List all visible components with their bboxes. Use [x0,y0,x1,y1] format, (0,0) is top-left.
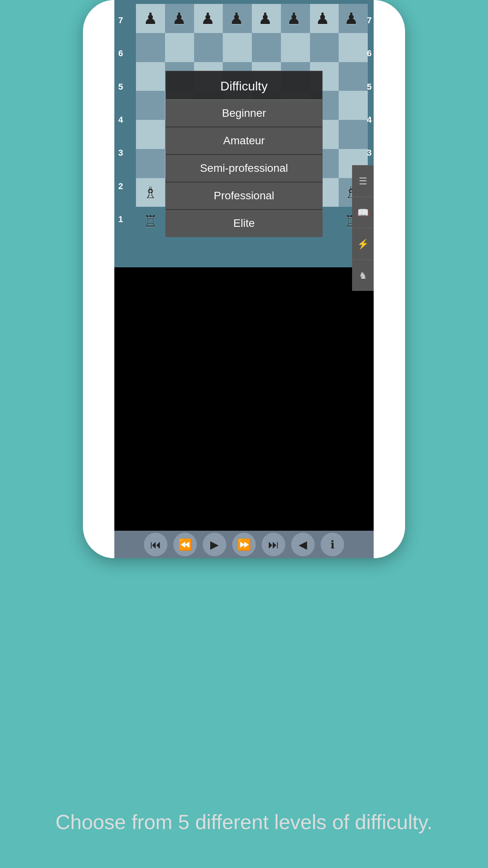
chess-cell-0-0 [136,4,165,33]
difficulty-semi-professional[interactable]: Semi-professional [166,155,322,182]
chess-cell-0-7 [339,4,368,33]
chess-cell-0-3 [223,4,252,33]
label-r6: 6 [367,48,372,59]
difficulty-professional[interactable]: Professional [166,182,322,210]
next-move-button[interactable]: ⏩ [232,533,256,556]
chess-cell-1-2 [194,33,223,62]
chess-cell-2-7 [339,62,368,91]
difficulty-dropdown: Difficulty Beginner Amateur Semi-profess… [165,71,323,237]
label-r7: 7 [367,15,372,26]
label-5: 5 [118,82,123,92]
chess-cell-1-3 [223,33,252,62]
chess-cell-0-6 [310,4,339,33]
back-button[interactable]: ◀ [291,533,315,556]
prev-move-button[interactable]: ⏪ [173,533,197,556]
chess-cell-3-7 [339,91,368,120]
chess-cell-6-0 [136,178,165,207]
chess-cell-0-4 [252,4,281,33]
info-button[interactable]: ℹ [321,533,344,556]
label-r3: 3 [367,148,372,158]
first-move-button[interactable]: ⏮ [144,533,167,556]
chess-cell-4-7 [339,120,368,149]
menu-button[interactable]: ☰ [352,165,374,197]
chess-cell-1-1 [165,33,194,62]
board-labels-left: 7 6 5 4 3 2 1 [118,4,123,236]
label-1: 1 [118,214,123,224]
knight-button[interactable]: ♞ [352,259,374,291]
play-button[interactable]: ▶ [203,533,226,556]
chess-cell-3-0 [136,91,165,120]
chess-board-area: 7 6 5 4 3 2 1 7 6 5 4 3 2 1 ♟ [114,0,374,267]
difficulty-elite[interactable]: Elite [166,210,322,237]
chess-cell-2-0 [136,62,165,91]
chess-cell-1-4 [252,33,281,62]
label-2: 2 [118,181,123,191]
label-3: 3 [118,148,123,158]
chess-cell-4-0 [136,120,165,149]
chess-cell-1-6 [310,33,339,62]
label-4: 4 [118,115,123,125]
chess-cell-1-5 [281,33,310,62]
black-area [114,267,352,531]
label-r4: 4 [367,115,372,125]
phone-screen: 7 6 5 4 3 2 1 7 6 5 4 3 2 1 ♟ [114,0,374,558]
difficulty-title: Difficulty [166,71,322,100]
book-button[interactable]: 📖 [352,197,374,228]
flash-button[interactable]: ⚡ [352,228,374,259]
label-7: 7 [118,15,123,26]
last-move-button[interactable]: ⏭ [262,533,285,556]
chess-cell-0-1 [165,4,194,33]
sidebar-buttons: ☰ 📖 ⚡ ♞ [352,165,374,291]
difficulty-amateur[interactable]: Amateur [166,127,322,155]
bottom-description: Choose from 5 different levels of diffic… [0,808,488,837]
phone-mockup: 7 6 5 4 3 2 1 7 6 5 4 3 2 1 ♟ [83,0,405,558]
label-6: 6 [118,48,123,59]
chess-cell-0-5 [281,4,310,33]
label-r5: 5 [367,82,372,92]
chess-cell-1-0 [136,33,165,62]
bottom-controls: ⏮ ⏪ ▶ ⏩ ⏭ ◀ ℹ [114,531,374,558]
difficulty-beginner[interactable]: Beginner [166,100,322,127]
chess-cell-1-7 [339,33,368,62]
chess-cell-5-0 [136,149,165,178]
chess-cell-0-2 [194,4,223,33]
